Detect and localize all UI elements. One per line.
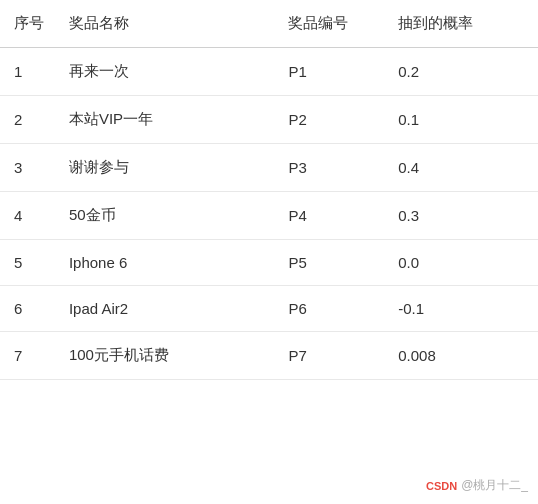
prizes-table: 序号 奖品名称 奖品编号 抽到的概率 1再来一次P10.22本站VIP一年P20… <box>0 0 538 380</box>
header-name: 奖品名称 <box>55 0 275 48</box>
cell-prob: 0.0 <box>384 240 538 286</box>
cell-prob: 0.2 <box>384 48 538 96</box>
cell-code: P7 <box>274 332 384 380</box>
cell-name: 100元手机话费 <box>55 332 275 380</box>
cell-code: P4 <box>274 192 384 240</box>
cell-index: 4 <box>0 192 55 240</box>
watermark-logo: CSDN <box>426 480 457 492</box>
cell-index: 7 <box>0 332 55 380</box>
cell-name: 再来一次 <box>55 48 275 96</box>
cell-code: P6 <box>274 286 384 332</box>
table-row: 2本站VIP一年P20.1 <box>0 96 538 144</box>
cell-name: Iphone 6 <box>55 240 275 286</box>
table-row: 6Ipad Air2P6-0.1 <box>0 286 538 332</box>
table-header-row: 序号 奖品名称 奖品编号 抽到的概率 <box>0 0 538 48</box>
table-row: 5Iphone 6P50.0 <box>0 240 538 286</box>
cell-name: 50金币 <box>55 192 275 240</box>
cell-index: 3 <box>0 144 55 192</box>
table-row: 1再来一次P10.2 <box>0 48 538 96</box>
cell-name: Ipad Air2 <box>55 286 275 332</box>
cell-code: P1 <box>274 48 384 96</box>
cell-index: 5 <box>0 240 55 286</box>
cell-prob: 0.4 <box>384 144 538 192</box>
cell-prob: 0.1 <box>384 96 538 144</box>
table-row: 3谢谢参与P30.4 <box>0 144 538 192</box>
table-row: 7100元手机话费P70.008 <box>0 332 538 380</box>
cell-code: P5 <box>274 240 384 286</box>
header-code: 奖品编号 <box>274 0 384 48</box>
watermark-username: @桃月十二_ <box>461 477 528 494</box>
cell-prob: 0.3 <box>384 192 538 240</box>
cell-prob: 0.008 <box>384 332 538 380</box>
cell-index: 1 <box>0 48 55 96</box>
cell-index: 6 <box>0 286 55 332</box>
table-container: 序号 奖品名称 奖品编号 抽到的概率 1再来一次P10.22本站VIP一年P20… <box>0 0 538 504</box>
table-row: 450金币P40.3 <box>0 192 538 240</box>
cell-prob: -0.1 <box>384 286 538 332</box>
cell-code: P3 <box>274 144 384 192</box>
cell-name: 本站VIP一年 <box>55 96 275 144</box>
cell-name: 谢谢参与 <box>55 144 275 192</box>
cell-code: P2 <box>274 96 384 144</box>
header-prob: 抽到的概率 <box>384 0 538 48</box>
cell-index: 2 <box>0 96 55 144</box>
watermark: CSDN @桃月十二_ <box>426 477 528 494</box>
header-index: 序号 <box>0 0 55 48</box>
